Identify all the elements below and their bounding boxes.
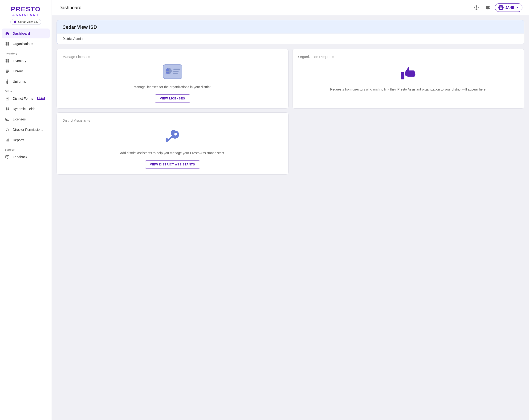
svg-rect-26 [8, 120, 8, 120]
svg-rect-9 [6, 70, 9, 71]
district-role: District Admin [62, 37, 518, 41]
licenses-label: Licenses [13, 117, 26, 121]
svg-rect-0 [6, 42, 7, 44]
org-name: Cedar View ISD [18, 20, 38, 24]
svg-point-46 [174, 133, 177, 135]
svg-rect-42 [173, 71, 179, 72]
sidebar-item-organizations[interactable]: Organizations [2, 39, 50, 49]
licenses-icon [5, 117, 10, 122]
help-button[interactable] [472, 3, 481, 12]
sidebar-item-reports[interactable]: Reports [2, 135, 50, 145]
main-content: Dashboard JANE [52, 0, 529, 420]
org-badge[interactable]: Cedar View ISD [10, 19, 41, 25]
sidebar-item-licenses[interactable]: Licenses [2, 114, 50, 124]
svg-rect-4 [6, 59, 7, 61]
help-icon [474, 5, 479, 10]
sidebar-item-district-forms[interactable]: District Forms NEW [2, 94, 50, 104]
logo-area: PRESTO ASSISTANT Cedar View ISD [0, 0, 52, 28]
home-icon [5, 31, 10, 36]
svg-rect-43 [173, 73, 178, 74]
district-assistants-title: District Assistants [62, 118, 90, 122]
manage-licenses-description: Manage licenses for the organizations in… [62, 85, 283, 90]
chevron-down-icon [516, 6, 519, 9]
sidebar-item-library[interactable]: Library [2, 66, 50, 76]
app-name-line2: ASSISTANT [5, 13, 47, 17]
settings-button[interactable] [484, 3, 492, 12]
thumbup-icon-area [298, 63, 518, 82]
sidebar-item-uniforms[interactable]: Uniforms [2, 77, 50, 86]
svg-rect-8 [6, 69, 9, 70]
license-icon-area [62, 63, 283, 80]
dynamic-fields-label: Dynamic Fields [13, 107, 35, 111]
sidebar-item-feedback[interactable]: Feedback [2, 152, 50, 162]
bottom-cards-grid: District Assistants Add district assista… [56, 112, 524, 175]
organizations-label: Organizations [13, 42, 33, 46]
user-menu-button[interactable]: JANE [495, 3, 522, 12]
svg-point-27 [7, 128, 8, 129]
svg-rect-45 [401, 72, 404, 80]
svg-rect-3 [8, 44, 9, 45]
svg-rect-25 [8, 119, 9, 119]
gear-icon [485, 5, 490, 10]
svg-point-38 [500, 6, 502, 8]
svg-rect-41 [173, 68, 180, 70]
district-forms-label: District Forms [13, 97, 33, 100]
sidebar: PRESTO ASSISTANT Cedar View ISD Dashboar… [0, 0, 52, 420]
svg-rect-23 [6, 118, 9, 121]
district-name: Cedar View ISD [62, 25, 518, 30]
grid-icon [5, 41, 10, 46]
svg-point-17 [6, 98, 6, 98]
svg-rect-2 [6, 44, 7, 45]
svg-rect-34 [6, 157, 8, 157]
svg-point-19 [6, 107, 7, 108]
sidebar-item-director-permissions[interactable]: Director Permissions [2, 125, 50, 135]
dynamic-icon [5, 106, 10, 111]
library-label: Library [13, 69, 23, 73]
key-icon [162, 127, 183, 146]
svg-rect-10 [6, 71, 9, 72]
svg-rect-6 [6, 61, 7, 62]
manage-licenses-title: Manage Licenses [62, 55, 90, 59]
svg-rect-16 [6, 98, 8, 98]
svg-rect-5 [8, 59, 9, 61]
sidebar-item-inventory[interactable]: Inventory [2, 56, 50, 66]
inventory-label: Inventory [13, 59, 26, 63]
district-assistants-card: District Assistants Add district assista… [56, 112, 289, 175]
org-requests-card: Organization Requests Requests from dire… [292, 49, 524, 109]
svg-rect-32 [8, 138, 9, 141]
sidebar-item-dashboard[interactable]: Dashboard [2, 28, 50, 39]
thumbup-icon [398, 63, 419, 82]
key-icon-area [62, 127, 283, 146]
content-area: Cedar View ISD District Admin Manage Lic… [52, 15, 529, 420]
page-title: Dashboard [58, 5, 469, 10]
support-section-label: Support [2, 145, 50, 152]
inventory-section-label: Inventory [2, 49, 50, 56]
sidebar-item-dynamic-fields[interactable]: Dynamic Fields [2, 104, 50, 114]
svg-point-24 [6, 119, 7, 120]
svg-point-37 [476, 8, 477, 9]
view-licenses-button[interactable]: VIEW LICENSES [155, 94, 190, 103]
inventory-section: Inventory Inventory L [0, 49, 52, 87]
other-section-label: Other [2, 87, 50, 94]
svg-rect-31 [7, 139, 8, 141]
svg-point-22 [8, 109, 9, 110]
user-avatar [498, 5, 503, 10]
user-name: JANE [505, 6, 514, 9]
svg-rect-30 [6, 140, 7, 141]
svg-rect-11 [6, 72, 8, 73]
uniforms-icon [5, 79, 10, 84]
new-badge: NEW [37, 97, 45, 100]
svg-point-18 [6, 98, 6, 99]
forms-icon [5, 96, 10, 101]
view-district-assistants-button[interactable]: VIEW DISTRICT ASSISTANTS [145, 160, 200, 169]
district-assistants-description: Add district assistants to help you mana… [62, 151, 283, 156]
svg-rect-7 [8, 61, 9, 62]
svg-point-20 [8, 107, 9, 108]
svg-point-21 [6, 109, 7, 110]
other-section: Other District Forms NEW [0, 87, 52, 145]
director-permissions-label: Director Permissions [13, 128, 43, 132]
top-cards-grid: Manage Licenses Manage licenses for the … [56, 49, 524, 109]
user-icon [499, 6, 503, 9]
feedback-icon [5, 154, 10, 160]
feedback-label: Feedback [13, 155, 27, 159]
